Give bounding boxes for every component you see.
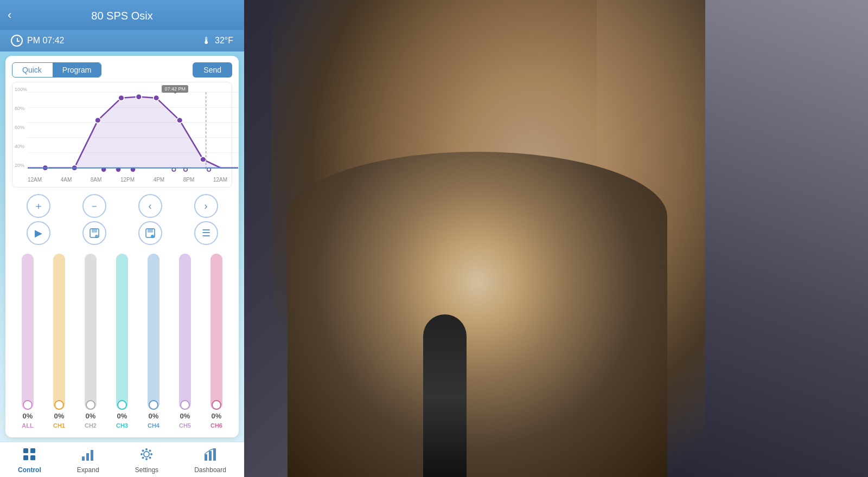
app-content: ‹ 80 SPS Osix PM 07:42 🌡 32°F Quick Prog… [0, 0, 244, 477]
app-panel: ‹ 80 SPS Osix PM 07:42 🌡 32°F Quick Prog… [0, 0, 244, 477]
time-tooltip: 07:42 PM [162, 85, 188, 93]
person-body [288, 152, 667, 477]
save-device-icon [89, 228, 100, 238]
svg-rect-33 [86, 453, 89, 461]
chart-x-labels: 12AM 4AM 8AM 12PM 4PM 8PM 12AM [17, 176, 227, 183]
list-view-button[interactable]: ☰ [194, 221, 218, 245]
x-label-4pm: 4PM [154, 177, 165, 183]
thermometer-icon: 🌡 [202, 35, 212, 47]
svg-rect-23 [92, 229, 97, 233]
svg-point-40 [142, 450, 144, 452]
minus-icon: － [90, 199, 99, 212]
nav-label-settings: Settings [135, 466, 158, 474]
channel-percent-all: 0% [23, 412, 33, 420]
slider-thumb-ch4[interactable] [149, 400, 158, 410]
slider-track-ch5[interactable] [179, 254, 191, 410]
tab-group: Quick Program [12, 62, 101, 78]
chart-y-labels: 100% 80% 60% 40% 20% [15, 87, 27, 168]
load-icon [145, 228, 156, 238]
channel-label-ch6: CH6 [210, 422, 222, 429]
svg-rect-32 [82, 456, 85, 461]
next-program-button[interactable]: › [194, 194, 218, 218]
svg-rect-26 [148, 229, 153, 233]
svg-point-11 [154, 95, 159, 100]
svg-point-39 [150, 453, 152, 455]
svg-point-36 [145, 448, 148, 450]
plus-icon: ＋ [34, 199, 43, 212]
svg-rect-44 [205, 454, 207, 461]
app-title: 80 SPS Osix [91, 10, 152, 22]
slider-thumb-ch6[interactable] [212, 400, 221, 410]
svg-point-38 [141, 453, 143, 455]
y-label-40: 40% [15, 144, 27, 149]
svg-point-42 [142, 457, 144, 459]
tab-quick[interactable]: Quick [12, 63, 52, 77]
y-label-80: 80% [15, 106, 27, 111]
channel-percent-ch6: 0% [212, 412, 222, 420]
svg-point-35 [144, 452, 149, 457]
svg-rect-34 [91, 450, 93, 461]
slider-track-ch4[interactable] [148, 254, 159, 410]
nav-item-dashboard[interactable]: Dashboard [194, 447, 226, 474]
send-button[interactable]: Send [193, 62, 232, 78]
y-label-60: 60% [15, 125, 27, 130]
svg-point-27 [151, 235, 154, 238]
svg-point-12 [177, 118, 183, 123]
slider-track-ch3[interactable] [116, 254, 128, 410]
svg-point-13 [200, 157, 206, 162]
channel-col-ch2: 0% CH2 [75, 254, 106, 429]
slider-thumb-ch2[interactable] [86, 400, 95, 410]
svg-point-9 [118, 95, 124, 100]
slider-track-ch1[interactable] [53, 254, 65, 410]
svg-point-41 [149, 457, 151, 459]
svg-rect-45 [209, 451, 212, 461]
svg-rect-28 [23, 448, 28, 453]
slider-thumb-ch3[interactable] [117, 400, 127, 410]
slider-thumb-ch5[interactable] [180, 400, 190, 410]
nav-icon-settings [139, 447, 154, 464]
prev-program-button[interactable]: ‹ [138, 194, 162, 218]
load-button[interactable] [138, 221, 162, 245]
nav-item-control[interactable]: Control [18, 447, 41, 474]
remove-point-button[interactable]: － [82, 194, 106, 218]
nav-item-settings[interactable]: Settings [135, 447, 158, 474]
app-header: ‹ 80 SPS Osix [0, 0, 244, 30]
play-button[interactable]: ▶ [27, 221, 50, 245]
slider-track-ch6[interactable] [210, 254, 222, 410]
channel-col-ch1: 0% CH1 [43, 254, 75, 429]
nav-icon-control [22, 447, 37, 464]
slider-track-ch2[interactable] [85, 254, 97, 410]
channel-percent-ch5: 0% [180, 412, 190, 420]
chart-svg [28, 87, 238, 173]
control-buttons-row: ＋ － ‹ › ▶ [12, 192, 232, 247]
channel-label-all: ALL [22, 422, 33, 429]
channel-col-ch5: 0% CH5 [169, 254, 201, 429]
video-background [244, 0, 868, 477]
slider-thumb-ch1[interactable] [54, 400, 64, 410]
nav-item-expand[interactable]: Expand [77, 447, 99, 474]
channels-row: 0% ALL 0% CH1 0% CH2 0% CH3 0% CH4 [12, 252, 232, 431]
svg-rect-29 [30, 448, 35, 453]
chart-area: 07:42 PM 100% 80% 60% 40% 20% [12, 82, 232, 188]
channel-col-all: 0% ALL [12, 254, 43, 429]
x-label-4am: 4AM [61, 177, 72, 183]
save-device-button[interactable] [82, 221, 106, 245]
channel-col-ch4: 0% CH4 [138, 254, 169, 429]
svg-point-8 [95, 118, 101, 123]
play-icon: ▶ [35, 227, 42, 239]
time-label: PM 07:42 [27, 36, 64, 46]
back-button[interactable]: ‹ [8, 8, 11, 22]
slider-thumb-all[interactable] [23, 400, 33, 410]
channel-percent-ch1: 0% [54, 412, 65, 420]
svg-point-10 [136, 94, 142, 99]
nav-label-control: Control [18, 466, 41, 474]
slider-track-all[interactable] [22, 254, 34, 410]
tab-program[interactable]: Program [53, 63, 101, 77]
y-label-100: 100% [15, 87, 27, 92]
chevron-right-icon: › [205, 201, 208, 212]
channel-col-ch6: 0% CH6 [201, 254, 232, 429]
svg-point-43 [149, 450, 151, 452]
channel-label-ch2: CH2 [85, 422, 97, 429]
tab-row: Quick Program Send [12, 62, 232, 78]
add-point-button[interactable]: ＋ [27, 194, 50, 218]
